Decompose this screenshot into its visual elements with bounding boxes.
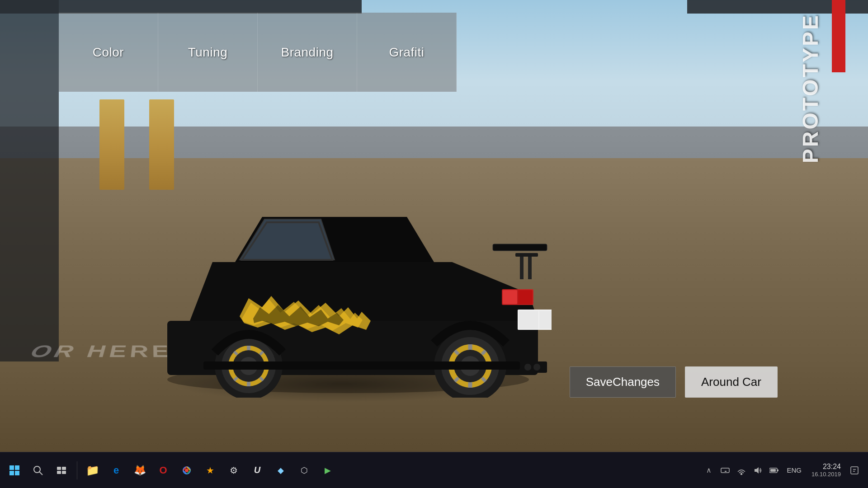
svg-rect-63 bbox=[777, 469, 778, 471]
svg-rect-7 bbox=[503, 290, 517, 304]
svg-rect-54 bbox=[721, 468, 729, 473]
svg-rect-2 bbox=[515, 253, 538, 257]
task-view-button[interactable] bbox=[51, 460, 72, 481]
save-changes-button[interactable]: SaveChanges bbox=[570, 366, 676, 398]
app-icon-1[interactable]: ◆ bbox=[270, 460, 292, 481]
svg-rect-4 bbox=[528, 257, 532, 279]
volume-icon[interactable] bbox=[751, 464, 764, 477]
show-hidden-icon[interactable]: ∧ bbox=[703, 464, 715, 477]
app-icon-2[interactable]: ⬡ bbox=[293, 460, 315, 481]
clock-area[interactable]: 23:24 16.10.2019 bbox=[808, 463, 844, 478]
taskbar-separator-1 bbox=[77, 461, 77, 479]
svg-rect-44 bbox=[9, 471, 14, 475]
taskbar: 📁 e 🦊 O ★ ⚙ U ◆ ⬡ ▶ ∧ bbox=[0, 452, 868, 488]
game-viewport: OR HERE bbox=[0, 0, 868, 452]
svg-rect-48 bbox=[57, 467, 61, 470]
svg-rect-5 bbox=[493, 244, 547, 251]
taskbar-left: 📁 e 🦊 O ★ ⚙ U ◆ ⬡ ▶ bbox=[4, 460, 339, 481]
ceiling-left bbox=[0, 0, 362, 14]
opera-icon[interactable]: O bbox=[152, 460, 174, 481]
svg-rect-43 bbox=[15, 465, 19, 470]
nav-tabs: ColorTuningBrandingGrafiti bbox=[59, 13, 457, 92]
language-indicator[interactable]: ENG bbox=[784, 466, 804, 474]
battery-icon[interactable] bbox=[768, 464, 780, 477]
svg-rect-10 bbox=[519, 311, 538, 328]
svg-rect-41 bbox=[203, 361, 520, 370]
left-panel-background bbox=[0, 0, 59, 361]
tab-label-grafiti: Grafiti bbox=[389, 45, 424, 60]
svg-rect-50 bbox=[57, 471, 61, 474]
svg-point-46 bbox=[34, 466, 40, 473]
tab-label-color: Color bbox=[93, 45, 124, 60]
svg-rect-49 bbox=[62, 467, 66, 470]
pillar-2 bbox=[149, 99, 174, 190]
svg-rect-51 bbox=[62, 471, 66, 474]
red-accent bbox=[832, 0, 845, 72]
svg-rect-45 bbox=[15, 471, 19, 475]
svg-point-60 bbox=[741, 473, 742, 474]
svg-rect-40 bbox=[533, 364, 540, 371]
svg-rect-64 bbox=[851, 467, 858, 474]
svg-rect-42 bbox=[9, 465, 14, 470]
chrome-icon[interactable] bbox=[176, 460, 198, 481]
car-svg bbox=[145, 181, 552, 398]
tab-grafiti[interactable]: Grafiti bbox=[357, 13, 457, 92]
tab-label-tuning: Tuning bbox=[188, 45, 228, 60]
svg-rect-39 bbox=[524, 364, 531, 371]
edge-icon[interactable]: e bbox=[105, 460, 127, 481]
settings-icon[interactable]: ⚙ bbox=[223, 460, 245, 481]
file-explorer-icon[interactable]: 📁 bbox=[82, 460, 104, 481]
clock-date: 16.10.2019 bbox=[811, 471, 841, 478]
car-container bbox=[145, 181, 552, 398]
svg-rect-11 bbox=[539, 311, 552, 328]
around-car-button[interactable]: Around Car bbox=[685, 366, 778, 398]
svg-point-53 bbox=[185, 469, 189, 472]
windows-start-button[interactable] bbox=[4, 460, 25, 481]
bookmark-icon[interactable]: ★ bbox=[199, 460, 221, 481]
search-button[interactable] bbox=[27, 460, 49, 481]
unreal-engine-icon[interactable]: U bbox=[246, 460, 268, 481]
tab-color[interactable]: Color bbox=[59, 13, 158, 92]
app-icon-3[interactable]: ▶ bbox=[317, 460, 339, 481]
prototype-watermark: PROTOTYPE bbox=[798, 14, 823, 163]
network-icon[interactable] bbox=[735, 464, 748, 477]
svg-rect-62 bbox=[770, 469, 776, 472]
keyboard-icon[interactable] bbox=[719, 464, 731, 477]
svg-line-47 bbox=[39, 472, 42, 475]
tab-tuning[interactable]: Tuning bbox=[158, 13, 258, 92]
tab-branding[interactable]: Branding bbox=[258, 13, 357, 92]
svg-rect-3 bbox=[520, 257, 524, 279]
clock-time: 23:24 bbox=[823, 463, 841, 471]
firefox-icon[interactable]: 🦊 bbox=[129, 460, 151, 481]
tab-label-branding: Branding bbox=[281, 45, 333, 60]
notification-icon[interactable] bbox=[848, 464, 861, 477]
action-buttons: SaveChanges Around Car bbox=[570, 366, 778, 398]
taskbar-right: ∧ bbox=[703, 463, 864, 478]
pillar-1 bbox=[99, 99, 124, 190]
svg-rect-8 bbox=[518, 290, 533, 304]
